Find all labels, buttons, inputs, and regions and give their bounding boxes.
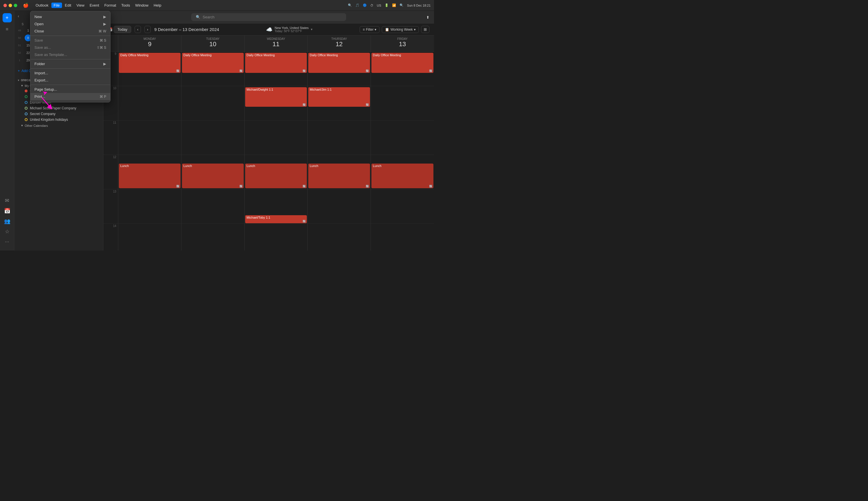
- event-daily-office-thu[interactable]: Daily Office Meeting 🔄: [308, 53, 370, 73]
- event-lunch-wed[interactable]: Lunch 🔄: [245, 163, 307, 188]
- day-cell-tue-11[interactable]: [181, 120, 245, 155]
- day-cell-tue-12[interactable]: Lunch 🔄: [181, 155, 245, 189]
- week-num-50[interactable]: 50: [17, 34, 22, 41]
- menu-print[interactable]: Print... ⌘ P: [30, 93, 110, 100]
- event-daily-office-mon[interactable]: Daily Office Meeting 🔄: [119, 53, 181, 73]
- day-cell-wed-14[interactable]: [245, 224, 308, 250]
- day-cell-wed-10[interactable]: Michael/Dwight 1:1 🔄: [245, 86, 308, 120]
- menu-outlook[interactable]: Outlook: [33, 3, 51, 8]
- day-cell-tue-13[interactable]: [181, 189, 245, 224]
- account-chevron-icon: ▾: [18, 78, 19, 82]
- prev-week-button[interactable]: ‹: [135, 26, 141, 33]
- mini-cal-prev[interactable]: ‹: [18, 14, 19, 18]
- day-cell-fri-12[interactable]: Lunch 🔄: [371, 155, 434, 189]
- event-daily-office-wed[interactable]: Daily Office Meeting 🔄: [245, 53, 307, 73]
- day-cell-mon-13[interactable]: [118, 189, 181, 224]
- contacts-nav-button[interactable]: 👥: [3, 217, 11, 225]
- menu-format[interactable]: Format: [102, 3, 118, 8]
- weather-temp: Today: 50°F 52°/37°F: [275, 30, 309, 33]
- menu-view[interactable]: View: [74, 3, 87, 8]
- day-cell-wed-11[interactable]: [245, 120, 308, 155]
- day-cell-fri-11[interactable]: [371, 120, 434, 155]
- day-cell-thu-10[interactable]: Michael/Jim 1:1 🔄: [308, 86, 371, 120]
- toggle-sidebar-button[interactable]: ≡: [3, 25, 12, 34]
- menu-file[interactable]: File: [51, 3, 62, 8]
- week-num-1[interactable]: 1: [17, 57, 22, 64]
- day-name-thu: Thursday: [309, 37, 369, 41]
- day-header-thu: Thursday 12: [308, 35, 371, 52]
- event-daily-office-tue[interactable]: Daily Office Meeting 🔄: [182, 53, 244, 73]
- share-icon[interactable]: ⬆: [426, 15, 430, 19]
- day-cell-thu-9[interactable]: Daily Office Meeting 🔄: [308, 52, 371, 86]
- day-cell-mon-11[interactable]: [118, 120, 181, 155]
- favorites-nav-button[interactable]: ☆: [4, 227, 11, 236]
- day-cell-mon-9[interactable]: Daily Office Meeting 🔄: [118, 52, 181, 86]
- calendar-grid: Monday 9 Tuesday 10 Wednesday 11 Thursda…: [103, 35, 434, 250]
- calendar-nav-button[interactable]: 📅: [3, 206, 11, 215]
- day-cell-thu-13[interactable]: [308, 189, 371, 224]
- event-daily-office-fri[interactable]: Daily Office Meeting 🔄: [371, 53, 433, 73]
- day-cell-wed-9[interactable]: Daily Office Meeting 🔄: [245, 52, 308, 86]
- menu-event[interactable]: Event: [87, 3, 101, 8]
- day-cell-fri-9[interactable]: Daily Office Meeting 🔄: [371, 52, 434, 86]
- mail-nav-button[interactable]: ✉: [4, 196, 10, 205]
- calendar-item-uk-holidays[interactable]: United Kingdom holidays: [14, 117, 103, 122]
- day-cell-tue-9[interactable]: Daily Office Meeting 🔄: [181, 52, 245, 86]
- event-lunch-fri[interactable]: Lunch 🔄: [371, 163, 433, 188]
- event-lunch-thu[interactable]: Lunch 🔄: [308, 163, 370, 188]
- event-label: Daily Office Meeting: [310, 53, 369, 57]
- menu-page-setup[interactable]: Page Setup...: [30, 86, 110, 93]
- next-week-button[interactable]: ›: [144, 26, 151, 33]
- menu-open[interactable]: Open ▶: [30, 20, 110, 28]
- day-cell-wed-13[interactable]: Michael/Toby 1:1 🔄: [245, 189, 308, 224]
- menu-window[interactable]: Window: [133, 3, 151, 8]
- day-cell-mon-10[interactable]: [118, 86, 181, 120]
- menu-edit[interactable]: Edit: [63, 3, 74, 8]
- minimize-button[interactable]: [9, 4, 12, 7]
- menu-import[interactable]: Import...: [30, 70, 110, 77]
- new-button[interactable]: +: [3, 13, 12, 22]
- day-cell-fri-10[interactable]: [371, 86, 434, 120]
- day-cell-wed-12[interactable]: Lunch 🔄: [245, 155, 308, 189]
- menu-new[interactable]: New ▶: [30, 13, 110, 20]
- day-cell-mon-14[interactable]: [118, 224, 181, 250]
- day-cell-fri-14[interactable]: [371, 224, 434, 250]
- layout-toggle-button[interactable]: ⊞: [421, 26, 430, 33]
- event-label: Michael/Dwight 1:1: [246, 88, 305, 91]
- day-cell-thu-14[interactable]: [308, 224, 371, 250]
- menu-tools[interactable]: Tools: [119, 3, 132, 8]
- recur-icon: 🔄: [303, 103, 306, 106]
- calendar-item-michael-scott[interactable]: Michael Scott Paper Company: [14, 105, 103, 111]
- day-cell-tue-14[interactable]: [181, 224, 245, 250]
- event-michael-toby[interactable]: Michael/Toby 1:1 🔄: [245, 215, 307, 223]
- recur-icon: 🔄: [366, 70, 369, 72]
- view-selector-button[interactable]: 📋 Working Week ▾: [382, 26, 419, 33]
- day-cell-fri-13[interactable]: [371, 189, 434, 224]
- day-cell-mon-12[interactable]: Lunch 🔄: [118, 155, 181, 189]
- today-button[interactable]: Today: [114, 26, 131, 33]
- weather-chevron-icon[interactable]: ▾: [311, 28, 313, 31]
- search-bar[interactable]: 🔍 Search: [191, 13, 346, 21]
- menu-export[interactable]: Export...: [30, 77, 110, 84]
- filter-button[interactable]: ≡ Filter ▾: [360, 26, 380, 33]
- fullscreen-button[interactable]: [14, 4, 17, 7]
- menu-help[interactable]: Help: [151, 3, 163, 8]
- more-nav-button[interactable]: ···: [4, 237, 10, 246]
- event-michael-dwight[interactable]: Michael/Dwight 1:1 🔄: [245, 87, 307, 107]
- event-label: Lunch: [373, 164, 432, 168]
- week-num-51[interactable]: 51: [17, 42, 22, 49]
- event-lunch-mon[interactable]: Lunch 🔄: [119, 163, 181, 188]
- day-cell-tue-10[interactable]: [181, 86, 245, 120]
- week-num-49[interactable]: 49: [17, 27, 22, 34]
- day-cell-thu-12[interactable]: Lunch 🔄: [308, 155, 371, 189]
- event-lunch-tue[interactable]: Lunch 🔄: [182, 163, 244, 188]
- event-michael-jim[interactable]: Michael/Jim 1:1 🔄: [308, 87, 370, 107]
- day-cell-thu-11[interactable]: [308, 120, 371, 155]
- recur-icon: 🔄: [303, 185, 306, 188]
- week-num-52[interactable]: 52: [17, 49, 22, 56]
- menu-folder[interactable]: Folder ▶: [30, 60, 110, 67]
- close-button[interactable]: [3, 4, 7, 7]
- calendar-item-secret-company[interactable]: Secret Company: [14, 111, 103, 117]
- menu-close[interactable]: Close ⌘ W: [30, 28, 110, 35]
- other-calendars-group[interactable]: ▾ Other Calendars: [14, 122, 103, 128]
